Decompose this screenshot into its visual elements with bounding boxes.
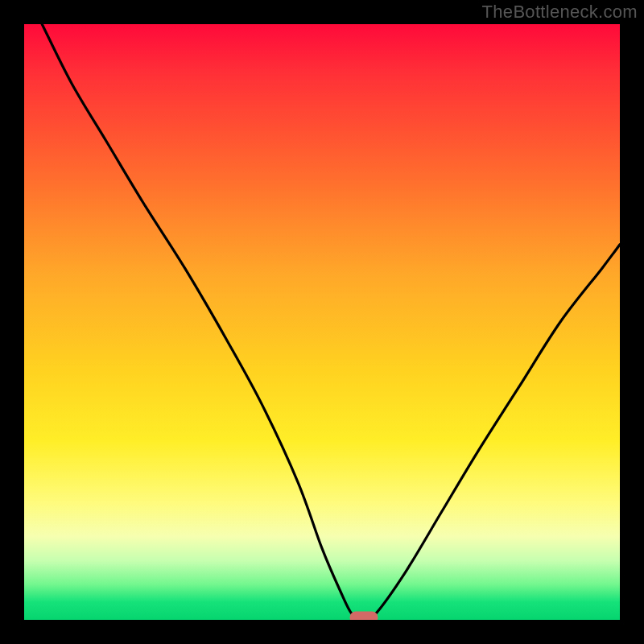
chart-frame: TheBottleneck.com — [0, 0, 644, 644]
optimal-point-marker — [349, 612, 378, 621]
plot-area — [24, 24, 620, 620]
bottleneck-curve — [24, 24, 620, 620]
watermark-text: TheBottleneck.com — [482, 2, 638, 23]
